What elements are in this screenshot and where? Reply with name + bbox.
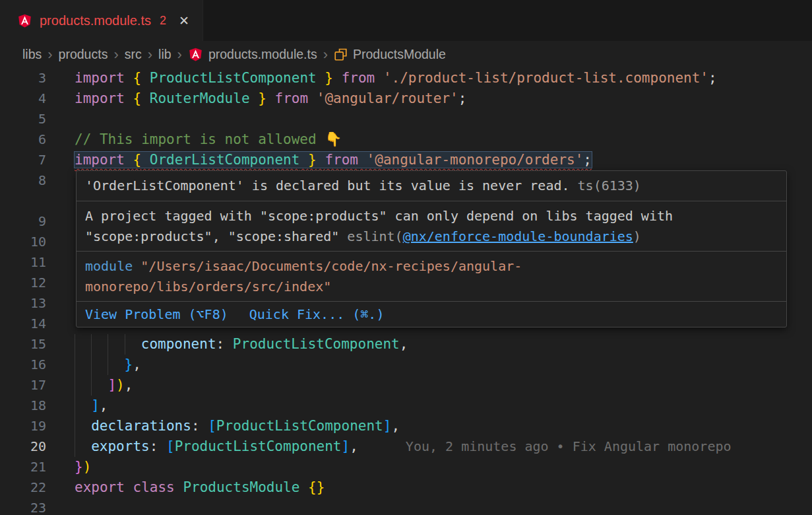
code-line-7[interactable]: 7import { OrderListComponent } from '@an… [0,150,812,170]
class-icon [334,48,348,61]
line-number: 17 [0,375,46,395]
breadcrumb: libs›products›src›lib›products.module.ts… [0,41,812,68]
code-token: { [133,90,142,106]
code-token: , [133,357,141,372]
code-line-16[interactable]: 16 }, [0,355,812,375]
code-token: } [325,70,333,86]
code-content: import { RouterModule } from '@angular/r… [75,88,466,109]
code-token [358,152,367,168]
code-content: exports: [ProductListComponent],You, 2 m… [75,436,732,457]
line-number: 15 [0,334,46,355]
close-icon[interactable]: ✕ [179,13,189,28]
code-token [266,90,275,106]
indent-guide [91,334,108,355]
chevron-right-icon: › [323,48,328,62]
hover-eslint-problem: A project tagged with "scope:products" c… [77,201,786,251]
code-token [317,70,325,86]
code-token [375,70,383,86]
line-number: 16 [0,355,46,375]
eslint-source-close: ) [633,228,641,244]
code-token: { [133,152,142,168]
tab-bar: products.module.ts 2 ✕ [0,0,812,41]
line-number: 12 [0,273,46,293]
code-token: ) [83,459,92,475]
code-token [125,90,133,106]
line-number: 4 [0,88,46,109]
line-number: 9 [0,211,46,232]
code-token: from [325,152,358,168]
line-number [0,191,46,211]
code-token [250,90,259,106]
code-token: } [75,459,83,475]
code-content: import { OrderListComponent } from '@ang… [75,150,592,170]
code-token: , [125,377,133,393]
code-token: [ [166,438,175,454]
code-token: : [191,418,208,434]
code-content: import { ProductListComponent } from './… [75,68,717,88]
eslint-rule-link[interactable]: @nx/enforce-module-boundaries [403,228,633,244]
hover-popup: 'OrderListComponent' is declared but its… [76,170,787,327]
indent-guide [75,395,91,416]
code-token: ProductsModule [183,479,299,495]
code-token [299,152,308,168]
view-problem-button[interactable]: View Problem (⌥F8) [85,306,228,322]
code-line-19[interactable]: 19 declarations: [ProductListComponent], [0,416,812,436]
code-line-6[interactable]: 6// This import is not allowed 👇 [0,129,812,150]
code-token [125,479,133,495]
breadcrumb-item-lib[interactable]: lib [158,47,172,62]
code-token [141,152,150,168]
code-line-20[interactable]: 20 exports: [ProductListComponent],You, … [0,436,812,457]
code-content: ], [75,395,108,416]
breadcrumb-item-src[interactable]: src [125,47,142,62]
line-number: 23 [0,498,46,515]
line-number: 6 [0,129,46,150]
code-line-21[interactable]: 21}) [0,457,812,477]
code-token: } [308,152,317,168]
code-token: 👇 [325,131,342,147]
code-line-18[interactable]: 18 ], [0,395,812,416]
code-token [141,70,150,86]
code-token: , [350,438,358,454]
editor[interactable]: 3import { ProductListComponent } from '.… [0,68,812,515]
code-line-3[interactable]: 3import { ProductListComponent } from '.… [0,68,812,88]
code-line-17[interactable]: 17 ]), [0,375,812,395]
code-token: export [75,479,125,495]
breadcrumb-label: lib [158,47,172,62]
code-line-4[interactable]: 4import { RouterModule } from '@angular/… [0,88,812,109]
line-number: 13 [0,293,46,314]
code-content: }, [75,355,141,375]
breadcrumb-item-libs[interactable]: libs [22,47,42,62]
code-token: { [133,70,142,86]
code-line-5[interactable]: 5 [0,109,812,129]
hover-ts-problem: 'OrderListComponent' is declared but its… [77,171,786,201]
code-token: : [216,336,233,352]
code-line-15[interactable]: 15 component: ProductListComponent, [0,334,812,355]
code-line-22[interactable]: 22export class ProductsModule {} [0,477,812,498]
quick-fix-button[interactable]: Quick Fix... (⌘.) [249,306,385,322]
code-token: ProductListComponent [216,418,383,434]
code-content: declarations: [ProductListComponent], [75,416,400,436]
code-line-23[interactable]: 23 [0,498,812,515]
code-token: ] [383,418,392,434]
code-token [175,479,183,495]
tab-products-module[interactable]: products.module.ts 2 ✕ [0,0,203,41]
code-token: from [342,70,375,86]
line-number: 3 [0,68,46,88]
breadcrumb-item-productsmodule[interactable]: ProductsModule [334,47,446,62]
ts-problem-message: 'OrderListComponent' is declared but its… [85,178,570,193]
code-token: : [150,438,166,454]
indent-guide [75,334,91,355]
tab-error-count-badge: 2 [158,14,166,28]
breadcrumb-label: libs [22,47,42,62]
code-token [308,90,317,106]
line-number: 18 [0,395,46,416]
code-token: , [100,397,108,413]
code-token: } [125,357,133,372]
code-token: class [133,479,175,495]
ts-problem-source: ts(6133) [570,178,641,193]
breadcrumb-item-products-module-ts[interactable]: products.module.ts [188,46,317,63]
code-token: } [258,90,266,106]
breadcrumb-item-products[interactable]: products [59,47,108,62]
module-keyword: module [85,258,141,274]
code-token: ; [583,152,592,168]
